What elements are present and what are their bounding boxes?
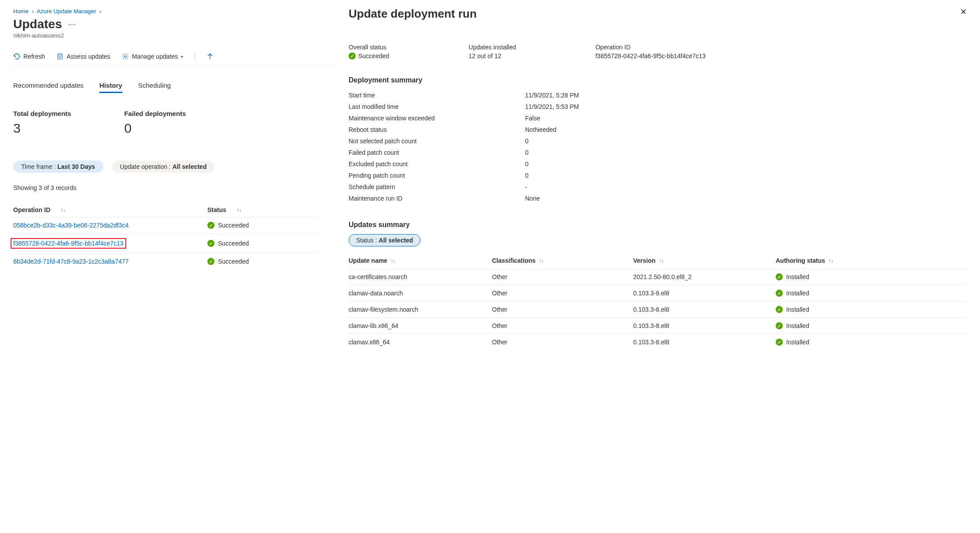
filter-status[interactable]: Status : All selected (349, 234, 421, 246)
success-icon (776, 273, 783, 280)
kv-row: Reboot statusNotNeeded (349, 124, 967, 135)
table-row: 058bce2b-d33c-4a39-be06-2275da2df3c4Succ… (13, 217, 318, 233)
close-icon[interactable]: ✕ (960, 7, 967, 17)
table-row: 6b34de2d-71fd-47c8-9a23-1c2c3a8a7477Succ… (13, 253, 318, 269)
table-row: ca-certificates.noarchOther2021.2.50-80.… (349, 268, 967, 285)
kv-row: Not selected patch count0 (349, 135, 967, 147)
manage-updates-button[interactable]: Manage updates ▾ (122, 53, 183, 60)
sort-icon[interactable]: ↑↓ (829, 258, 834, 263)
breadcrumb: Home › Azure Update Manager › (13, 8, 335, 15)
table-row: clamav.x86_64Other0.103.3-8.el8 Installe… (349, 334, 967, 350)
chevron-down-icon: ▾ (181, 54, 183, 59)
toolbar-separator (195, 52, 195, 61)
update-version: 0.103.3-8.el8 (633, 339, 776, 346)
deployment-run-panel: Update deployment run ✕ Overall status S… (335, 0, 980, 533)
history-table: Operation ID ↑↓ Status ↑↓ 058bce2b-d33c-… (13, 203, 318, 269)
update-classification: Other (492, 339, 633, 346)
success-icon (207, 240, 214, 247)
svg-point-1 (124, 56, 126, 57)
col-header-status[interactable]: Status (207, 206, 226, 213)
operation-id-link[interactable]: 058bce2b-d33c-4a39-be06-2275da2df3c4 (13, 222, 129, 229)
success-icon (776, 339, 783, 346)
gear-icon (122, 53, 129, 60)
sort-icon[interactable]: ↑↓ (539, 258, 544, 263)
table-row: clamav-filesystem.noarchOther0.103.3-8.e… (349, 301, 967, 317)
kv-row: Start time11/9/2021, 5:28 PM (349, 89, 967, 101)
refresh-button[interactable]: Refresh (13, 53, 45, 60)
update-authoring-status: Installed (776, 273, 967, 280)
success-icon (776, 290, 783, 297)
kv-row: Last modified time11/9/2021, 5:53 PM (349, 101, 967, 112)
success-icon (349, 52, 356, 60)
operation-id-link[interactable]: 6b34de2d-71fd-47c8-9a23-1c2c3a8a7477 (13, 258, 129, 265)
breadcrumb-aum[interactable]: Azure Update Manager (37, 8, 96, 15)
col-header-authoring-status[interactable]: Authoring status (776, 257, 825, 264)
records-count: Showing 3 of 3 records (13, 184, 335, 191)
update-authoring-status: Installed (776, 306, 967, 313)
update-classification: Other (492, 322, 633, 329)
updates-installed-block: Updates installed 12 out of 12 (469, 44, 516, 60)
col-header-classifications[interactable]: Classifications (492, 257, 536, 264)
upload-button[interactable] (207, 53, 214, 60)
updates-summary-header: Updates summary (349, 221, 967, 229)
update-name: clamav-lib.x86_64 (349, 322, 492, 329)
resource-name: nikhim-autoassess2 (13, 32, 335, 39)
tab-history[interactable]: History (99, 82, 122, 93)
update-authoring-status: Installed (776, 322, 967, 329)
assess-updates-button[interactable]: Assess updates (56, 53, 110, 60)
breadcrumb-home[interactable]: Home (13, 8, 29, 15)
table-row: clamav-lib.x86_64Other0.103.3-8.el8 Inst… (349, 317, 967, 334)
panel-title: Update deployment run (349, 7, 967, 21)
sort-icon[interactable]: ↑↓ (659, 258, 664, 263)
refresh-icon (13, 53, 20, 60)
update-name: clamav-data.noarch (349, 290, 492, 297)
kv-row: Failed patch count0 (349, 147, 967, 158)
update-classification: Other (492, 273, 633, 280)
overall-status-block: Overall status Succeeded (349, 44, 389, 60)
filter-update-operation[interactable]: Update operation : All selected (112, 160, 215, 173)
table-row: clamav-data.noarchOther0.103.3-8.el8 Ins… (349, 285, 967, 301)
sort-icon[interactable]: ↑↓ (61, 207, 66, 212)
tab-recommended[interactable]: Recommended updates (13, 82, 83, 93)
stat-failed-deployments: Failed deployments 0 (124, 110, 186, 136)
success-icon (776, 306, 783, 313)
operation-id-block: Operation ID f3855728-0422-4fa6-9f5c-bb1… (595, 44, 967, 60)
update-classification: Other (492, 306, 633, 313)
kv-row: Maintenance run IDNone (349, 193, 967, 204)
kv-row: Maintenance window exceededFalse (349, 112, 967, 124)
update-classification: Other (492, 290, 633, 297)
success-icon (207, 222, 214, 229)
col-header-version[interactable]: Version (633, 257, 656, 264)
kv-row: Pending patch count0 (349, 170, 967, 181)
update-authoring-status: Installed (776, 339, 967, 346)
update-name: ca-certificates.noarch (349, 273, 492, 280)
kv-row: Excluded patch count0 (349, 158, 967, 170)
arrow-up-icon (207, 53, 214, 60)
more-actions-icon[interactable]: ··· (68, 20, 76, 29)
operation-id-link[interactable]: f3855728-0422-4fa6-9f5c-bb14f4ce7c13 (11, 238, 126, 249)
kv-row: Schedule pattern- (349, 181, 967, 193)
stat-total-deployments: Total deployments 3 (13, 110, 71, 136)
success-icon (207, 258, 214, 265)
update-name: clamav.x86_64 (349, 339, 492, 346)
col-header-update-name[interactable]: Update name (349, 257, 387, 264)
deployment-summary-header: Deployment summary (349, 76, 967, 84)
update-name: clamav-filesystem.noarch (349, 306, 492, 313)
update-version: 2021.2.50-80.0.el8_2 (633, 273, 776, 280)
tab-scheduling[interactable]: Scheduling (138, 82, 171, 93)
success-icon (776, 322, 783, 329)
update-authoring-status: Installed (776, 290, 967, 297)
update-version: 0.103.3-8.el8 (633, 290, 776, 297)
update-version: 0.103.3-8.el8 (633, 306, 776, 313)
status-text: Succeeded (218, 222, 249, 229)
status-text: Succeeded (218, 258, 249, 265)
filter-timeframe[interactable]: Time frame : Last 30 Days (13, 160, 103, 173)
sort-icon[interactable]: ↑↓ (237, 207, 242, 212)
page-title: Updates (13, 17, 62, 31)
sort-icon[interactable]: ↑↓ (391, 258, 396, 263)
table-row: f3855728-0422-4fa6-9f5c-bb14f4ce7c13Succ… (13, 233, 318, 253)
status-text: Succeeded (218, 240, 249, 247)
clipboard-icon (56, 53, 64, 60)
col-header-operation-id[interactable]: Operation ID (13, 206, 50, 213)
update-version: 0.103.3-8.el8 (633, 322, 776, 329)
